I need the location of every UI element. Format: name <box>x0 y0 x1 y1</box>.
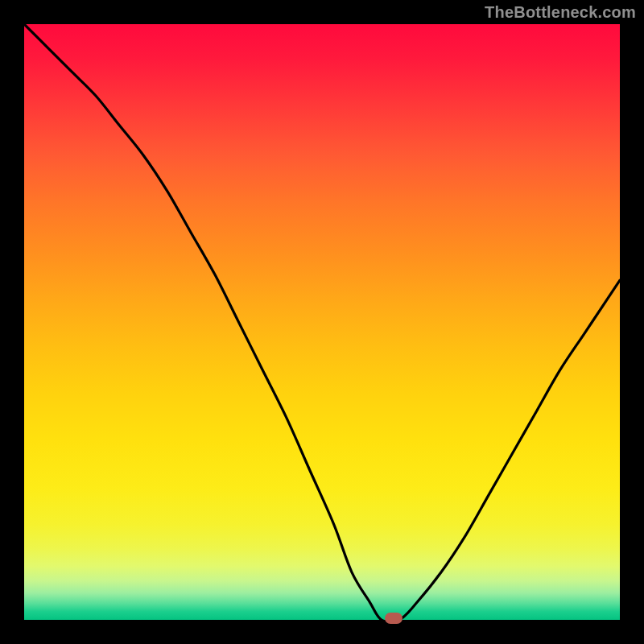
chart-frame: TheBottleneck.com <box>0 0 644 644</box>
bottleneck-curve-path <box>24 24 620 620</box>
optimum-marker <box>385 613 402 624</box>
curve-svg <box>24 24 620 620</box>
plot-area <box>24 24 620 620</box>
watermark-text: TheBottleneck.com <box>485 3 636 22</box>
